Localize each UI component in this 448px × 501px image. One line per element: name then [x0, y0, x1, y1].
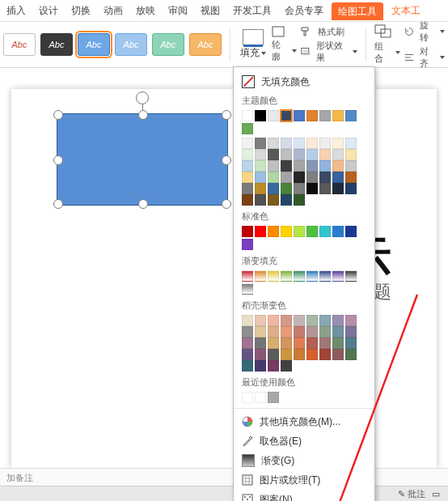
color-swatch[interactable]: [242, 194, 253, 206]
gradient-swatch[interactable]: [255, 270, 266, 282]
color-swatch[interactable]: [294, 194, 305, 206]
color-swatch[interactable]: [319, 315, 331, 326]
color-swatch[interactable]: [281, 138, 292, 149]
color-swatch[interactable]: [319, 172, 331, 183]
tab-animation[interactable]: 动画: [97, 0, 129, 21]
resize-handle-ne[interactable]: [222, 110, 231, 120]
shape-style-4[interactable]: Abc: [152, 33, 184, 56]
tab-view[interactable]: 视图: [194, 0, 226, 21]
color-swatch[interactable]: [294, 349, 305, 360]
color-swatch[interactable]: [242, 160, 253, 172]
color-swatch[interactable]: [268, 326, 279, 338]
color-swatch[interactable]: [306, 226, 318, 237]
color-swatch[interactable]: [345, 160, 357, 172]
color-swatch[interactable]: [268, 360, 279, 372]
color-swatch[interactable]: [332, 226, 344, 237]
color-swatch[interactable]: [294, 172, 305, 183]
color-swatch[interactable]: [294, 338, 305, 349]
shape-style-3[interactable]: Abc: [115, 33, 147, 56]
view-buttons[interactable]: ▭: [432, 489, 440, 499]
color-swatch[interactable]: [268, 183, 279, 194]
color-swatch[interactable]: [255, 160, 266, 172]
shape-style-1[interactable]: Abc: [40, 33, 73, 56]
color-swatch[interactable]: [306, 172, 318, 183]
color-swatch[interactable]: [242, 226, 253, 237]
color-swatch[interactable]: [294, 160, 305, 172]
gradient-swatch[interactable]: [332, 270, 344, 282]
color-swatch[interactable]: [268, 349, 279, 360]
color-swatch[interactable]: [345, 326, 357, 338]
color-swatch[interactable]: [345, 183, 357, 194]
shape-style-gallery[interactable]: AbcAbcAbcAbcAbcAbc: [3, 33, 222, 56]
no-fill-item[interactable]: 无填充颜色: [234, 72, 374, 91]
color-swatch[interactable]: [319, 110, 331, 121]
resize-handle-e[interactable]: [222, 155, 231, 165]
color-swatch[interactable]: [268, 315, 279, 326]
color-swatch[interactable]: [242, 360, 253, 372]
color-swatch[interactable]: [281, 360, 292, 372]
color-swatch[interactable]: [281, 110, 292, 121]
color-swatch[interactable]: [281, 338, 292, 349]
color-swatch[interactable]: [281, 160, 292, 172]
color-swatch[interactable]: [332, 183, 344, 194]
color-swatch[interactable]: [281, 172, 292, 183]
color-swatch[interactable]: [306, 315, 318, 326]
color-swatch[interactable]: [255, 392, 266, 403]
resize-handle-w[interactable]: [53, 155, 63, 165]
rotation-handle[interactable]: [136, 91, 149, 104]
color-swatch[interactable]: [281, 183, 292, 194]
gradient-swatch[interactable]: [268, 270, 279, 282]
resize-handle-se[interactable]: [222, 199, 231, 209]
color-swatch[interactable]: [242, 138, 253, 149]
color-swatch[interactable]: [319, 183, 331, 194]
resize-handle-nw[interactable]: [53, 110, 63, 120]
color-swatch[interactable]: [306, 138, 318, 149]
color-swatch[interactable]: [255, 326, 266, 338]
pattern-item[interactable]: 图案(N): [234, 490, 374, 501]
color-swatch[interactable]: [319, 338, 331, 349]
color-swatch[interactable]: [306, 160, 318, 172]
color-swatch[interactable]: [268, 160, 279, 172]
color-swatch[interactable]: [306, 338, 318, 349]
color-swatch[interactable]: [255, 183, 266, 194]
color-swatch[interactable]: [294, 226, 305, 237]
color-swatch[interactable]: [319, 160, 331, 172]
gradient-swatch[interactable]: [242, 283, 253, 295]
gradient-swatch[interactable]: [306, 270, 318, 282]
color-swatch[interactable]: [255, 338, 266, 349]
color-swatch[interactable]: [255, 138, 266, 149]
tab-transition[interactable]: 切换: [65, 0, 97, 21]
color-swatch[interactable]: [242, 239, 253, 250]
color-swatch[interactable]: [242, 315, 253, 326]
gradient-item[interactable]: 渐变(G): [234, 451, 374, 470]
color-swatch[interactable]: [319, 226, 331, 237]
rotate-dropdown[interactable]: 旋转: [404, 19, 445, 44]
gradient-swatch[interactable]: [281, 270, 292, 282]
color-swatch[interactable]: [332, 326, 344, 338]
shape-style-2[interactable]: Abc: [78, 33, 110, 56]
fill-dropdown-button[interactable]: 填充: [239, 29, 268, 60]
color-swatch[interactable]: [255, 349, 266, 360]
color-swatch[interactable]: [242, 172, 253, 183]
color-swatch[interactable]: [306, 110, 318, 121]
resize-handle-s[interactable]: [138, 199, 148, 209]
tab-member[interactable]: 会员专享: [278, 0, 330, 21]
gradient-swatch[interactable]: [242, 270, 253, 282]
color-swatch[interactable]: [294, 149, 305, 160]
tab-slideshow[interactable]: 放映: [129, 0, 162, 21]
color-swatch[interactable]: [294, 138, 305, 149]
color-swatch[interactable]: [281, 226, 292, 237]
color-swatch[interactable]: [332, 138, 344, 149]
color-swatch[interactable]: [319, 138, 331, 149]
format-painter-button[interactable]: 格式刷: [300, 26, 358, 38]
color-swatch[interactable]: [255, 194, 266, 206]
color-swatch[interactable]: [345, 172, 357, 183]
color-swatch[interactable]: [345, 110, 357, 121]
color-swatch[interactable]: [281, 149, 292, 160]
tab-drawing-tools[interactable]: 绘图工具: [332, 2, 383, 20]
color-swatch[interactable]: [306, 149, 318, 160]
tab-insert[interactable]: 插入: [0, 0, 32, 21]
color-swatch[interactable]: [255, 360, 266, 372]
color-swatch[interactable]: [332, 149, 344, 160]
color-swatch[interactable]: [242, 338, 253, 349]
